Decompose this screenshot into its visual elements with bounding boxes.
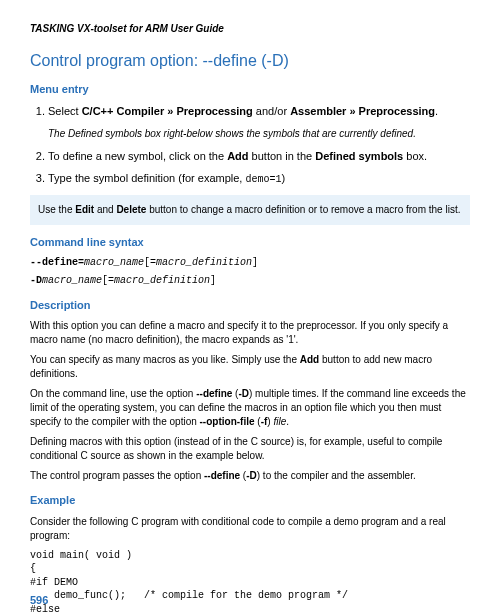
page-number: 596 bbox=[30, 593, 48, 608]
desc-p5b: --define bbox=[204, 470, 240, 481]
step-2-text3: box. bbox=[403, 150, 427, 162]
infobox-a: Use the bbox=[38, 204, 75, 215]
desc-p3a: On the command line, use the option bbox=[30, 388, 196, 399]
desc-p3b: --define bbox=[196, 388, 232, 399]
step-1-text3: . bbox=[435, 105, 438, 117]
step-3: Type the symbol definition (for example,… bbox=[48, 171, 470, 187]
syntax-1-br1: [= bbox=[144, 257, 156, 268]
desc-p2: You can specify as many macros as you li… bbox=[30, 353, 470, 381]
syntax-1-def: macro_definition bbox=[156, 257, 252, 268]
desc-p4: Defining macros with this option (instea… bbox=[30, 435, 470, 463]
step-2-bold-2: Defined symbols bbox=[315, 150, 403, 162]
step-1-text: Select bbox=[48, 105, 82, 117]
desc-p5: The control program passes the option --… bbox=[30, 469, 470, 483]
step-1-bold-1: C/C++ Compiler » Preprocessing bbox=[82, 105, 253, 117]
syntax-2-br2: ] bbox=[210, 275, 216, 286]
step-3-text: Type the symbol definition (for example, bbox=[48, 172, 245, 184]
desc-p3k: . bbox=[286, 416, 289, 427]
step-2: To define a new symbol, click on the Add… bbox=[48, 149, 470, 164]
infobox-c: and bbox=[94, 204, 116, 215]
syntax-1-br2: ] bbox=[252, 257, 258, 268]
syntax-2-br1: [= bbox=[102, 275, 114, 286]
desc-p3d: -D bbox=[238, 388, 249, 399]
syntax-line-2: -Dmacro_name[=macro_definition] bbox=[30, 274, 470, 288]
step-1-bold-2: Assembler » Preprocessing bbox=[290, 105, 435, 117]
syntax-line-1: --define=macro_name[=macro_definition] bbox=[30, 256, 470, 270]
infobox-e: button to change a macro definition or t… bbox=[146, 204, 460, 215]
desc-p5e: ) to the compiler and the assembler. bbox=[257, 470, 416, 481]
section-description: Description bbox=[30, 298, 470, 313]
syntax-1-name: macro_name bbox=[84, 257, 144, 268]
desc-p3j: file bbox=[273, 416, 286, 427]
steps-list: Select C/C++ Compiler » Preprocessing an… bbox=[30, 104, 470, 119]
info-box: Use the Edit and Delete button to change… bbox=[30, 195, 470, 225]
desc-p5d: -D bbox=[246, 470, 257, 481]
step-3-text2: ) bbox=[282, 172, 286, 184]
section-cmd-syntax: Command line syntax bbox=[30, 235, 470, 250]
example-code: void main( void ) { #if DEMO demo_func()… bbox=[30, 549, 470, 616]
step-2-bold-1: Add bbox=[227, 150, 248, 162]
section-example: Example bbox=[30, 493, 470, 508]
step-1-note: The Defined symbols box right-below show… bbox=[30, 127, 470, 141]
section-menu-entry: Menu entry bbox=[30, 82, 470, 97]
desc-p1: With this option you can define a macro … bbox=[30, 319, 470, 347]
step-3-code: demo=1 bbox=[245, 174, 281, 185]
example-intro: Consider the following C program with co… bbox=[30, 515, 470, 543]
desc-p2b: Add bbox=[300, 354, 319, 365]
syntax-2-def: macro_definition bbox=[114, 275, 210, 286]
doc-header: TASKING VX-toolset for ARM User Guide bbox=[30, 22, 470, 36]
step-1: Select C/C++ Compiler » Preprocessing an… bbox=[48, 104, 470, 119]
desc-p5a: The control program passes the option bbox=[30, 470, 204, 481]
syntax-2-name: macro_name bbox=[42, 275, 102, 286]
syntax-1-kw: --define= bbox=[30, 257, 84, 268]
syntax-2-kw: -D bbox=[30, 275, 42, 286]
desc-p2a: You can specify as many macros as you li… bbox=[30, 354, 300, 365]
step-2-text2: button in the bbox=[249, 150, 316, 162]
steps-list-cont: To define a new symbol, click on the Add… bbox=[30, 149, 470, 186]
step-1-text2: and/or bbox=[253, 105, 290, 117]
desc-p3f: --option-file bbox=[200, 416, 255, 427]
step-2-text: To define a new symbol, click on the bbox=[48, 150, 227, 162]
page-title: Control program option: --define (-D) bbox=[30, 50, 470, 72]
infobox-b: Edit bbox=[75, 204, 94, 215]
infobox-d: Delete bbox=[116, 204, 146, 215]
desc-p3: On the command line, use the option --de… bbox=[30, 387, 470, 429]
